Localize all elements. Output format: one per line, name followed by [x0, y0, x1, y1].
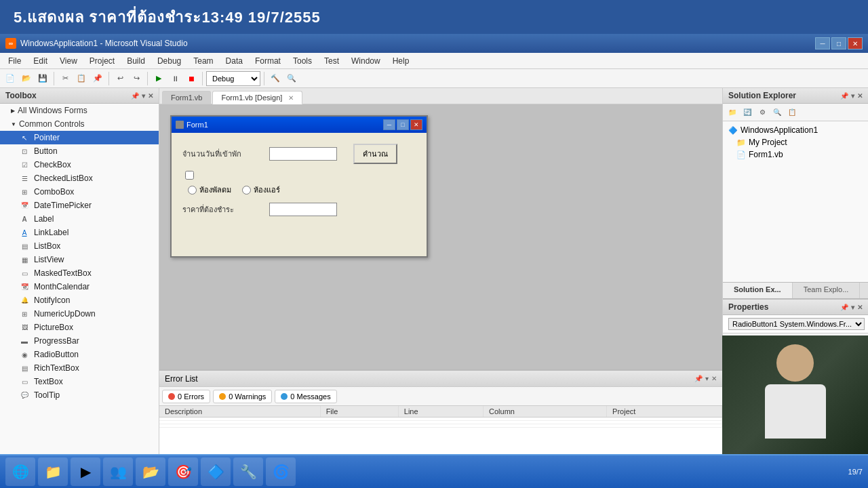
sol-tb-btn3[interactable]: ⚙ [755, 106, 769, 119]
toolbox-item-combobox[interactable]: ComboBox [0, 185, 159, 199]
props-arrow-icon[interactable]: ▾ [851, 304, 854, 311]
menu-help[interactable]: Help [387, 55, 415, 67]
tab-solution-explorer[interactable]: Solution Ex... [723, 283, 793, 298]
toolbox-item-progressbar[interactable]: ProgressBar [0, 334, 159, 348]
tb-copy[interactable]: 📋 [74, 71, 89, 86]
taskbar-media[interactable]: ▶ [71, 458, 100, 486]
taskbar-users[interactable]: 👥 [103, 458, 133, 486]
sol-arrow-icon[interactable]: ▾ [851, 92, 854, 100]
tb-open[interactable]: 📂 [19, 71, 34, 86]
price-output[interactable] [269, 203, 337, 216]
calculate-button[interactable]: คำนวณ [353, 144, 397, 164]
sol-tb-btn2[interactable]: 🔄 [741, 106, 754, 119]
messages-button[interactable]: 0 Messages [275, 390, 336, 403]
properties-select[interactable]: RadioButton1 System.Windows.Fr... [728, 318, 865, 330]
menu-tools[interactable]: Tools [288, 55, 317, 67]
tab-form1vb[interactable]: Form1.vb [162, 91, 211, 104]
form1-maximize[interactable]: □ [397, 119, 409, 130]
taskbar-tool1[interactable]: 🔧 [233, 458, 263, 486]
toolbox-item-numericupdown[interactable]: NumericUpDown [0, 307, 159, 321]
menu-build[interactable]: Build [121, 55, 151, 67]
tb-new[interactable]: 📄 [3, 71, 18, 86]
sol-pin-icon[interactable]: 📌 [840, 92, 848, 100]
taskbar-tool2[interactable]: 🌀 [266, 458, 296, 486]
menu-file[interactable]: File [3, 55, 26, 67]
sol-project-root[interactable]: 🔷 WindowsApplication1 [726, 124, 865, 136]
toolbox-item-listview[interactable]: ListView [0, 253, 159, 266]
tab-form1design[interactable]: Form1.vb [Design] ✕ [212, 91, 302, 104]
sol-close-icon[interactable]: ✕ [857, 92, 863, 100]
menu-project[interactable]: Project [84, 55, 120, 67]
tb-stop[interactable]: ⏹ [184, 71, 199, 86]
tb-start[interactable]: ▶ [151, 71, 166, 86]
sol-form1vb[interactable]: 📄 Form1.vb [726, 148, 865, 161]
tab-team-explorer[interactable]: Team Explo... [793, 283, 861, 298]
menu-window[interactable]: Window [346, 55, 386, 67]
checkbox-extra[interactable] [185, 171, 194, 180]
toolbox-item-checkbox[interactable]: CheckBox [0, 158, 159, 171]
toolbox-item-monthcalendar[interactable]: MonthCalendar [0, 280, 159, 293]
tb-search[interactable]: 🔍 [284, 71, 299, 86]
tb-paste[interactable]: 📌 [90, 71, 105, 86]
tb-undo[interactable]: ↩ [113, 71, 127, 86]
error-panel-arrow[interactable]: ▾ [705, 375, 709, 382]
toolbox-item-linklabel[interactable]: LinkLabel [0, 226, 159, 239]
menu-format[interactable]: Format [250, 55, 286, 67]
days-input[interactable] [269, 147, 337, 161]
error-panel-close[interactable]: ✕ [711, 375, 717, 382]
toolbox-close-icon[interactable]: ✕ [148, 92, 153, 100]
tb-pause[interactable]: ⏸ [167, 71, 182, 86]
toolbox-item-listbox[interactable]: ListBox [0, 239, 159, 253]
sol-tb-btn1[interactable]: 📁 [726, 106, 739, 119]
taskbar-files[interactable]: 📁 [38, 458, 68, 486]
toolbox-item-button[interactable]: Button [0, 144, 159, 158]
toolbox-item-richtextbox[interactable]: RichTextBox [0, 361, 159, 375]
close-button[interactable]: ✕ [848, 37, 863, 49]
toolbox-item-maskedtextbox[interactable]: MaskedTextBox [0, 266, 159, 280]
error-panel-pin[interactable]: 📌 [694, 375, 703, 382]
menu-team[interactable]: Team [188, 55, 218, 67]
form1-window[interactable]: Form1 ─ □ ✕ จำนวนวันที่เข้าพัก [170, 115, 428, 258]
toolbox-pin-icon[interactable]: 📌 [131, 92, 139, 100]
warnings-button[interactable]: 0 Warnings [213, 390, 272, 403]
toolbox-arrow-icon[interactable]: ▾ [142, 92, 145, 100]
menu-view[interactable]: View [54, 55, 83, 67]
menu-edit[interactable]: Edit [28, 55, 53, 67]
toolbox-item-notifyicon[interactable]: NotifyIcon [0, 293, 159, 307]
toolbox-item-tooltip[interactable]: ToolTip [0, 388, 159, 402]
radio-paldom[interactable] [188, 186, 197, 195]
props-close-icon[interactable]: ✕ [857, 304, 863, 311]
tb-build[interactable]: 🔨 [268, 71, 283, 86]
toolbox-item-datetimepicker[interactable]: DateTimePicker [0, 199, 159, 212]
radio-air[interactable] [242, 186, 251, 195]
maximize-button[interactable]: □ [831, 37, 846, 49]
tb-save[interactable]: 💾 [35, 71, 50, 86]
taskbar-folder[interactable]: 📂 [136, 458, 165, 486]
sol-tb-btn5[interactable]: 📋 [785, 106, 799, 119]
sol-my-project[interactable]: 📁 My Project [726, 136, 865, 148]
debug-dropdown[interactable]: Debug Release [206, 71, 260, 86]
tb-cut[interactable]: ✂ [58, 71, 73, 86]
menu-data[interactable]: Data [220, 55, 248, 67]
taskbar-ie[interactable]: 🌐 [5, 458, 35, 486]
toolbox-item-radiobutton[interactable]: RadioButton [0, 348, 159, 361]
toolbox-section-all-windows[interactable]: ▶ All Windows Forms [0, 104, 159, 117]
toolbox-item-picturebox[interactable]: PictureBox [0, 321, 159, 334]
toolbox-item-checkedlistbox[interactable]: CheckedListBox [0, 171, 159, 185]
taskbar-powerpoint[interactable]: 🎯 [168, 458, 198, 486]
menu-debug[interactable]: Debug [152, 55, 186, 67]
design-canvas[interactable]: Form1 ─ □ ✕ จำนวนวันที่เข้าพัก [159, 104, 722, 369]
menu-test[interactable]: Test [319, 55, 344, 67]
toolbox-item-pointer[interactable]: Pointer [0, 131, 159, 144]
errors-button[interactable]: 0 Errors [162, 390, 210, 403]
props-pin-icon[interactable]: 📌 [840, 304, 848, 311]
form1-close[interactable]: ✕ [410, 119, 422, 130]
taskbar-dotnet[interactable]: 🔷 [201, 458, 231, 486]
tab-close-icon[interactable]: ✕ [288, 94, 294, 102]
toolbox-item-label[interactable]: Label [0, 212, 159, 226]
toolbox-section-common[interactable]: ▼ Common Controls [0, 117, 159, 131]
toolbox-item-textbox[interactable]: TextBox [0, 375, 159, 388]
form1-minimize[interactable]: ─ [383, 119, 395, 130]
sol-tb-btn4[interactable]: 🔍 [770, 106, 784, 119]
tb-redo[interactable]: ↪ [129, 71, 144, 86]
